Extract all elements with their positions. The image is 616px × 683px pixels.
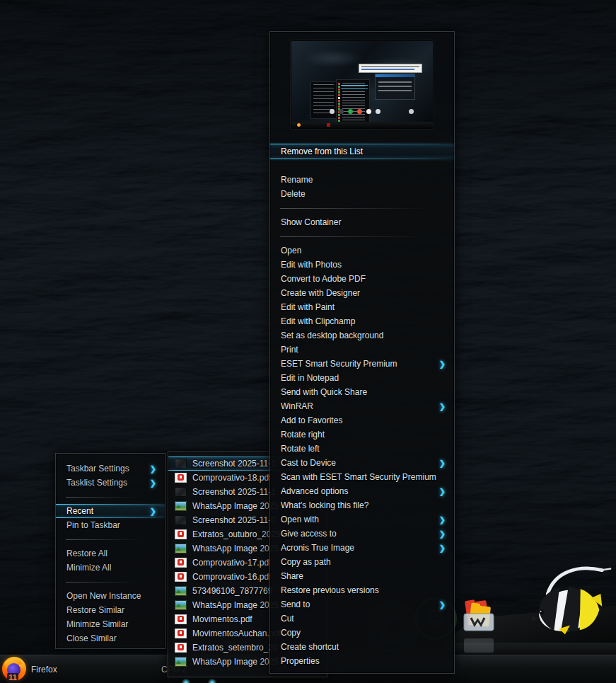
menu-item-label: Recent	[66, 506, 150, 516]
menu-item-label: Rotate right	[281, 430, 439, 440]
menu-item-label: Minimize All	[66, 563, 150, 573]
menu-item-label: Close Similar	[66, 633, 150, 643]
menu-item-label: Cut	[281, 614, 439, 624]
remove-from-list-label: Remove from this List	[281, 147, 363, 156]
menu-item-label: Open New Instance	[66, 591, 150, 601]
menu-item[interactable]: Open ❯	[270, 243, 454, 258]
running-app-indicator	[208, 679, 216, 683]
thumbnail-file-lines	[342, 83, 365, 125]
menu-item[interactable]: Add to Favorites ❯	[270, 413, 454, 427]
submenu-arrow-icon: ❯	[439, 403, 446, 411]
menu-item-label: Delete	[281, 189, 439, 199]
submenu-arrow-icon: ❯	[150, 479, 156, 487]
menu-item-label: Restore All	[66, 549, 150, 558]
thumbnail-taskbar	[291, 122, 433, 128]
menu-item[interactable]: Recent ❯	[56, 504, 165, 518]
submenu-arrow-icon: ❯	[439, 516, 446, 524]
menu-item[interactable]: Taskbar Settings ❯	[56, 461, 165, 476]
menu-item[interactable]: What's locking this file? ❯	[270, 498, 454, 512]
menu-item[interactable]: Scan with ESET Smart Security Premium ❯	[270, 470, 454, 484]
menu-item-label: Open with	[281, 515, 439, 524]
file-context-menu: Remove from this List Rename ❯ Delete ❯ …	[269, 31, 455, 674]
menu-item[interactable]: WinRAR ❯	[270, 399, 454, 413]
thumbnail-tooltip	[359, 64, 422, 73]
menu-item[interactable]: Edit with Paint ❯	[270, 300, 454, 314]
menu-item[interactable]: Edit with Clipchamp ❯	[270, 314, 454, 328]
menu-item-label: Open	[281, 246, 439, 256]
menu-item[interactable]: Print ❯	[270, 343, 454, 357]
menu-item[interactable]: Acronis True Image ❯	[270, 541, 454, 555]
menu-item[interactable]: Minimize Similar ❯	[56, 617, 165, 631]
submenu-arrow-icon: ❯	[150, 507, 156, 515]
menu-item-label: Edit with Photos	[281, 260, 439, 270]
firefox-label: Firefox	[31, 665, 57, 675]
firefox-taskbar-button[interactable]: 11	[1, 656, 29, 683]
menu-item[interactable]: Open New Instance ❯	[56, 589, 165, 603]
menu-item[interactable]: Close Similar ❯	[56, 631, 165, 645]
recent-file-preview-thumbnail[interactable]	[291, 41, 433, 128]
menu-item[interactable]: Tasklist Settings ❯	[56, 476, 165, 490]
menu-item-label: Create with Designer	[281, 288, 439, 298]
menu-item-label: Edit in Notepad	[281, 373, 439, 383]
menu-item[interactable]: Cast to Device ❯	[270, 456, 454, 470]
menu-item[interactable]: Advanced options ❯	[270, 484, 454, 498]
menu-item-label: Cast to Device	[281, 458, 439, 468]
menu-item[interactable]: Show Container ❯	[270, 215, 454, 229]
firefox-badge: 11	[7, 673, 18, 682]
menu-item[interactable]: Give access to ❯	[270, 527, 454, 541]
menu-item[interactable]: Minimize All ❯	[56, 561, 165, 575]
image-icon	[175, 501, 187, 511]
thumbnail-file-icons	[338, 83, 340, 85]
menu-item-label: ESET Smart Security Premium	[281, 359, 439, 369]
menu-item[interactable]: Pin to Taskbar ❯	[56, 518, 165, 532]
menu-separator	[270, 229, 454, 243]
menu-item[interactable]: Edit with Photos ❯	[270, 258, 454, 272]
menu-item[interactable]: Share ❯	[270, 569, 454, 583]
menu-item[interactable]: Set as desktop background ❯	[270, 328, 454, 343]
menu-item-label: Taskbar Settings	[66, 464, 150, 473]
menu-item[interactable]: Rename ❯	[270, 173, 454, 187]
menu-item-label: Send to	[281, 599, 439, 609]
menu-item-label: Send with Quick Share	[281, 387, 439, 397]
menu-item-label: Print	[281, 345, 439, 355]
image-icon	[175, 657, 187, 667]
submenu-arrow-icon: ❯	[439, 488, 446, 495]
folder-dock-icon[interactable]	[462, 597, 497, 638]
submenu-arrow-icon: ❯	[439, 601, 446, 609]
remove-from-list-item[interactable]: Remove from this List	[270, 144, 454, 159]
menu-item[interactable]: Restore All ❯	[56, 546, 165, 561]
menu-item[interactable]: Send with Quick Share ❯	[270, 385, 454, 399]
menu-item[interactable]: Properties ❯	[270, 654, 454, 668]
menu-item-label: Share	[281, 571, 439, 581]
menu-item[interactable]: Copy as path ❯	[270, 555, 454, 569]
menu-item[interactable]: Open with ❯	[270, 512, 454, 527]
menu-item-label: Copy	[281, 628, 439, 638]
menu-item[interactable]: Rotate right ❯	[270, 427, 454, 442]
bannerfish-image[interactable]	[518, 563, 616, 635]
menu-item[interactable]: ESET Smart Security Premium ❯	[270, 357, 454, 371]
thumbnail-dialog	[375, 74, 415, 100]
submenu-arrow-icon: ❯	[439, 530, 446, 538]
menu-item[interactable]: Rotate left ❯	[270, 442, 454, 456]
menu-item[interactable]: Copy ❯	[270, 626, 454, 640]
menu-item-label: Show Container	[281, 217, 439, 227]
menu-item-label: Set as desktop background	[281, 331, 439, 340]
menu-item-label: Convert to Adobe PDF	[281, 274, 439, 284]
menu-item[interactable]: Create with Designer ❯	[270, 286, 454, 300]
thumbnail-highlight	[341, 85, 368, 89]
menu-item-label: Copy as path	[281, 557, 439, 567]
menu-separator	[56, 575, 165, 589]
menu-item[interactable]: Send to ❯	[270, 597, 454, 612]
menu-item[interactable]: Cut ❯	[270, 612, 454, 626]
menu-item-label: Edit with Paint	[281, 302, 439, 312]
menu-item[interactable]: Restore previous versions ❯	[270, 583, 454, 597]
menu-item[interactable]: Edit in Notepad ❯	[270, 371, 454, 385]
menu-item[interactable]: Delete ❯	[270, 187, 454, 201]
menu-item[interactable]: Restore Similar ❯	[56, 603, 165, 617]
menu-item[interactable]: Create shortcut ❯	[270, 640, 454, 654]
pdf-icon	[175, 643, 187, 653]
menu-item-label: Rename	[281, 175, 439, 185]
menu-item-label: Rotate left	[281, 444, 439, 454]
menu-item-label: Properties	[281, 656, 439, 666]
menu-item[interactable]: Convert to Adobe PDF ❯	[270, 272, 454, 286]
